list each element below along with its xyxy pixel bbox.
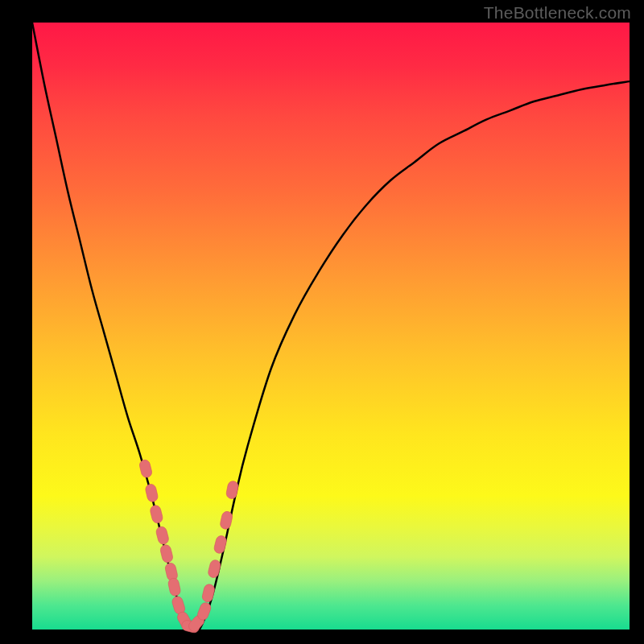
plot-area <box>32 23 630 630</box>
curve-marker <box>213 535 228 554</box>
curve-marker <box>201 584 216 603</box>
curve-marker <box>219 510 233 530</box>
marker-group <box>138 459 239 634</box>
curve-marker <box>207 559 221 578</box>
curve-marker <box>225 481 239 500</box>
curve-marker <box>138 459 153 478</box>
curve-marker <box>167 577 181 597</box>
chart-frame: TheBottleneck.com <box>0 0 644 644</box>
curve-marker <box>145 483 159 502</box>
curve-marker <box>159 544 174 564</box>
curve-marker <box>149 504 163 524</box>
bottleneck-curve <box>32 23 630 632</box>
attribution-text: TheBottleneck.com <box>484 3 631 23</box>
curve-layer <box>32 23 630 630</box>
curve-marker <box>155 526 170 546</box>
